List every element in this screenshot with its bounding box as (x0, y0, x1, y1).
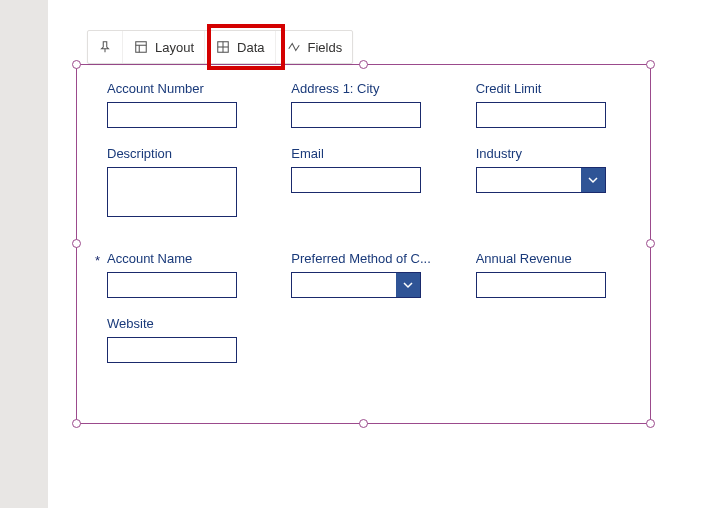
chevron-down-icon (396, 273, 420, 297)
chevron-down-icon (581, 168, 605, 192)
layout-tab-label: Layout (155, 40, 194, 55)
field-label: Credit Limit (476, 81, 630, 96)
field-label: Account Number (107, 81, 261, 96)
field-account-name[interactable]: * Account Name (107, 251, 261, 298)
text-input[interactable] (476, 272, 606, 298)
field-description[interactable]: Description (107, 146, 261, 217)
field-address1-city[interactable]: Address 1: City (291, 81, 445, 128)
field-label: Email (291, 146, 445, 161)
form-section-2: * Account Name Preferred Method of C... … (77, 235, 650, 363)
form-row: Website (107, 316, 630, 363)
form-section-1: Account Number Address 1: City Credit Li… (77, 65, 650, 217)
field-email[interactable]: Email (291, 146, 445, 217)
data-tab[interactable]: Data (205, 31, 275, 63)
text-input[interactable] (291, 102, 421, 128)
field-label: Address 1: City (291, 81, 445, 96)
field-label: Industry (476, 146, 630, 161)
text-input[interactable] (476, 102, 606, 128)
resize-handle-nw[interactable] (72, 60, 81, 69)
resize-handle-e[interactable] (646, 239, 655, 248)
resize-handle-s[interactable] (359, 419, 368, 428)
resize-handle-se[interactable] (646, 419, 655, 428)
text-input[interactable] (291, 167, 421, 193)
text-input[interactable] (107, 272, 237, 298)
resize-handle-ne[interactable] (646, 60, 655, 69)
form-row: Account Number Address 1: City Credit Li… (107, 81, 630, 128)
textarea-input[interactable] (107, 167, 237, 217)
pin-icon (97, 39, 113, 55)
form-row: * Account Name Preferred Method of C... … (107, 251, 630, 298)
resize-handle-w[interactable] (72, 239, 81, 248)
field-label: Account Name (107, 251, 261, 266)
field-preferred-contact[interactable]: Preferred Method of C... (291, 251, 445, 298)
card-toolbar: Layout Data Fields (87, 30, 353, 64)
field-account-number[interactable]: Account Number (107, 81, 261, 128)
required-marker: * (95, 253, 100, 268)
resize-handle-n[interactable] (359, 60, 368, 69)
select-input[interactable] (291, 272, 421, 298)
field-website[interactable]: Website (107, 316, 267, 363)
layout-icon (133, 39, 149, 55)
field-label: Description (107, 146, 261, 161)
field-annual-revenue[interactable]: Annual Revenue (476, 251, 630, 298)
svg-rect-1 (136, 42, 147, 53)
field-industry[interactable]: Industry (476, 146, 630, 217)
field-label: Annual Revenue (476, 251, 630, 266)
fields-tab-label: Fields (308, 40, 343, 55)
form-row: Description Email Industry (107, 146, 630, 217)
field-credit-limit[interactable]: Credit Limit (476, 81, 630, 128)
pin-button[interactable] (88, 31, 123, 63)
text-input[interactable] (107, 102, 237, 128)
select-input[interactable] (476, 167, 606, 193)
fields-tab[interactable]: Fields (276, 31, 353, 63)
field-label: Preferred Method of C... (291, 251, 445, 266)
resize-handle-sw[interactable] (72, 419, 81, 428)
layout-tab[interactable]: Layout (123, 31, 205, 63)
fields-icon (286, 39, 302, 55)
data-tab-label: Data (237, 40, 264, 55)
form-card[interactable]: Account Number Address 1: City Credit Li… (76, 64, 651, 424)
grid-icon (215, 39, 231, 55)
text-input[interactable] (107, 337, 237, 363)
field-label: Website (107, 316, 267, 331)
